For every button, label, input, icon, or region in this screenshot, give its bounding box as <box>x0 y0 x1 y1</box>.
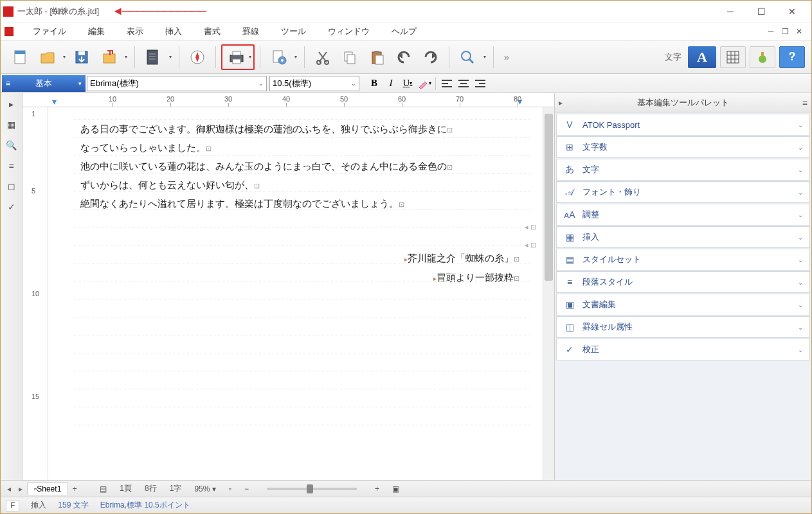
text-line[interactable]: ▸芥川龍之介「蜘蛛の糸」⊡ <box>80 249 523 269</box>
cut-button[interactable] <box>310 44 336 70</box>
settings-button[interactable]: ▾ <box>266 44 299 70</box>
text-a-button[interactable]: A <box>688 46 716 68</box>
palette-item-icon: ≡ <box>563 276 576 288</box>
italic-button[interactable]: I <box>383 76 399 91</box>
document-page[interactable]: ◂ ⊡ ◂ ⊡ ある日の事でございます。御釈迦様は極楽の蓮池のふちを、独りでぶら… <box>48 107 543 480</box>
align-center-button[interactable] <box>455 76 472 91</box>
open-button[interactable]: ▾ <box>34 44 68 70</box>
menu-tools[interactable]: ツール <box>275 24 312 39</box>
mdi-close[interactable]: ✕ <box>793 26 805 37</box>
zoom-slider[interactable] <box>267 488 357 490</box>
status-indicator[interactable] <box>750 46 775 68</box>
tab-next[interactable]: ▸ <box>15 484 26 493</box>
paste-button[interactable] <box>364 44 390 70</box>
rail-list-icon[interactable]: ≡ <box>5 159 19 173</box>
tab-prev[interactable]: ◂ <box>3 484 15 493</box>
menu-insert[interactable]: 挿入 <box>159 24 188 39</box>
status-mode-short[interactable]: F <box>6 500 19 511</box>
zoom-indicator[interactable]: 95% ▾ <box>194 484 215 493</box>
underline-button[interactable]: U▾ <box>399 76 416 91</box>
highlight-button[interactable]: ▾ <box>416 76 433 91</box>
palette-item[interactable]: 𝒜フォント・飾り⌄ <box>556 181 810 203</box>
palette-item[interactable]: VATOK Passport⌄ <box>556 114 810 136</box>
rail-play-icon[interactable]: ▸ <box>5 97 19 111</box>
view-mode-icon[interactable]: ▤ <box>100 484 107 493</box>
horizontal-ruler[interactable]: ▾ ▾ 1020304050607080 <box>23 93 554 107</box>
minimize-button[interactable]: ─ <box>721 5 739 18</box>
size-combo[interactable]: 10.5(標準)⌄ <box>269 76 359 91</box>
text-line[interactable]: ずいからは、何とも云えない好い匂が、⊡ <box>80 176 523 195</box>
save-as-button[interactable]: ▾ <box>96 44 129 70</box>
palette-item-label: 文字 <box>582 164 599 175</box>
close-button[interactable]: ✕ <box>783 5 801 18</box>
save-button[interactable] <box>69 44 95 70</box>
zoom-button[interactable]: ▾ <box>455 44 488 70</box>
rail-page-icon[interactable]: ◻ <box>5 179 19 193</box>
overflow-button[interactable]: » <box>499 44 514 70</box>
menu-window[interactable]: ウィンドウ <box>321 24 376 39</box>
font-combo[interactable]: Ebrima(標準)⌄ <box>87 76 267 91</box>
menu-edit[interactable]: 編集 <box>82 24 111 39</box>
palette-item-label: 文書編集 <box>582 299 616 310</box>
palette-item[interactable]: ◫罫線セル属性⌄ <box>556 316 810 338</box>
palette-item[interactable]: ⊞文字数⌄ <box>556 136 810 158</box>
rail-check-icon[interactable]: ✓ <box>5 200 19 214</box>
help-button[interactable]: ? <box>779 46 805 68</box>
sheet-tab-bar: ◂ ▸ ▫Sheet1 + ▤ 1頁 8行 1字 95% ▾ ▫ − + ▣ <box>1 480 811 497</box>
palette-menu-icon[interactable]: ≡ <box>802 98 807 108</box>
copy-button[interactable] <box>337 44 363 70</box>
text-line[interactable]: ▸冒頭より一部抜粋⊡ <box>80 269 523 288</box>
rail-search-icon[interactable]: 🔍 <box>5 138 19 152</box>
svg-rect-1 <box>15 51 25 54</box>
menu-format[interactable]: 書式 <box>197 24 227 39</box>
bold-button[interactable]: B <box>366 76 383 91</box>
statusbar: F 挿入 159 文字 Ebrima,標準 10.5ポイント <box>1 497 811 513</box>
undo-button[interactable] <box>391 44 417 70</box>
app-icon <box>3 6 14 17</box>
svg-rect-3 <box>78 51 85 55</box>
palette-item[interactable]: ᴀA調整⌄ <box>556 204 810 226</box>
zoom-plus[interactable]: + <box>375 484 379 493</box>
text-line[interactable]: ある日の事でございます。御釈迦様は極楽の蓮池のふちを、独りでぶらぶら御歩きに⊡ <box>80 120 523 139</box>
mdi-minimize[interactable]: ─ <box>765 26 777 37</box>
titlebar: 一太郎 - [蜘蛛の糸.jtd] ◄──────────── ─ ☐ ✕ <box>1 1 811 22</box>
zoom-minus[interactable]: − <box>244 484 249 493</box>
chevron-down-icon: ⌄ <box>798 211 803 218</box>
palette-item[interactable]: ▤スタイルセット⌄ <box>556 249 810 270</box>
palette-item[interactable]: ▣文書編集⌄ <box>556 294 810 315</box>
sheet-add[interactable]: + <box>69 484 80 493</box>
menu-view[interactable]: 表示 <box>120 24 150 39</box>
palette-item[interactable]: ≡段落スタイル⌄ <box>556 271 810 293</box>
style-selector[interactable]: 基本 <box>2 75 86 92</box>
new-button[interactable] <box>7 44 33 70</box>
vertical-scrollbar[interactable] <box>543 107 554 480</box>
print-button[interactable]: ▾ <box>221 44 255 70</box>
palette-item-icon: ▣ <box>563 298 576 311</box>
align-left-button[interactable] <box>438 76 455 91</box>
zoom-out-icon[interactable]: ▫ <box>229 484 231 493</box>
document-button[interactable]: ▾ <box>140 44 174 70</box>
palette-item-label: 段落スタイル <box>582 276 633 288</box>
redo-button[interactable] <box>418 44 444 70</box>
maximize-button[interactable]: ☐ <box>752 5 770 18</box>
palette-item-icon: ⊞ <box>563 141 576 154</box>
col-indicator: 1字 <box>170 483 182 494</box>
align-right-button[interactable] <box>472 76 489 91</box>
menu-help[interactable]: ヘルプ <box>385 24 423 39</box>
sheet-tab[interactable]: ▫Sheet1 <box>27 483 68 495</box>
rail-grid-icon[interactable]: ▦ <box>5 118 19 132</box>
menu-file[interactable]: ファイル <box>26 24 73 39</box>
vertical-ruler[interactable]: 151015 <box>23 107 48 480</box>
compass-button[interactable] <box>185 44 210 70</box>
mdi-restore[interactable]: ❐ <box>779 26 791 37</box>
palette-item[interactable]: あ文字⌄ <box>556 159 810 181</box>
text-line[interactable]: 絶間なくあたりへ溢れて居ります。極楽は丁度朝なのでございましょう。⊡ <box>80 195 523 213</box>
svg-rect-11 <box>233 51 240 55</box>
grid-button[interactable] <box>720 46 746 68</box>
scroll-thumb[interactable] <box>545 114 553 281</box>
palette-item[interactable]: ▦挿入⌄ <box>556 226 810 248</box>
palette-collapse-icon[interactable]: ▸ <box>559 98 563 107</box>
palette-item[interactable]: ✓校正⌄ <box>556 339 810 360</box>
zoom-fit-icon[interactable]: ▣ <box>392 484 399 493</box>
menu-border[interactable]: 罫線 <box>236 24 266 39</box>
